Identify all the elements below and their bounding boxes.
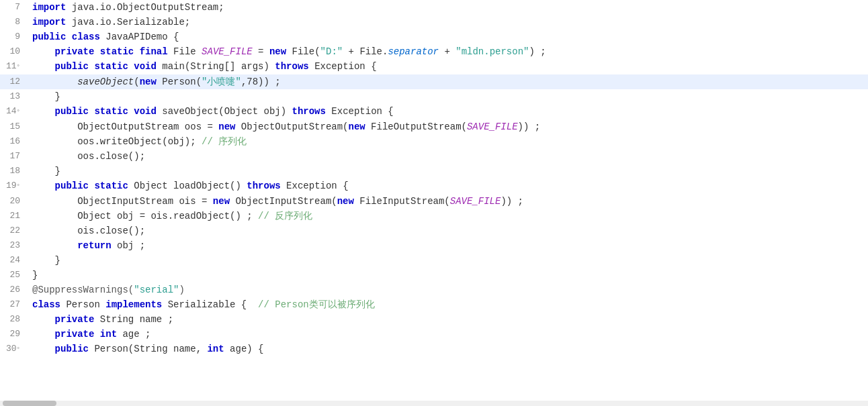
line-content-15[interactable]: ObjectOutputStream oos = new ObjectOutpu…	[26, 119, 868, 134]
line-content-10[interactable]: private static final File SAVE_FILE = ne…	[26, 44, 868, 59]
line-content-8[interactable]: import java.io.Serializable;	[26, 15, 868, 30]
code-line-23: 23 return obj ;	[0, 238, 868, 253]
line-number-12: 12	[0, 74, 26, 89]
line-number-20: 20	[0, 194, 26, 209]
code-line-20: 20 ObjectInputStream ois = new ObjectInp…	[0, 194, 868, 209]
line-content-21[interactable]: Object obj = ois.readObject() ; // 反序列化	[26, 209, 868, 223]
line-content-16[interactable]: oos.writeObject(obj); // 序列化	[26, 134, 868, 149]
line-content-25[interactable]: }	[26, 268, 868, 283]
line-number-24: 24	[0, 253, 26, 268]
code-line-14: 14° public static void saveObject(Object…	[0, 104, 868, 119]
line-content-26[interactable]: @SuppressWarnings("serial")	[26, 283, 868, 297]
code-line-27: 27 class Person implements Serializable …	[0, 297, 868, 312]
line-number-22: 22	[0, 223, 26, 238]
code-line-25: 25 }	[0, 268, 868, 283]
code-line-7: 7 import java.io.ObjectOutputStream;	[0, 0, 868, 15]
line-content-12[interactable]: saveObject(new Person("小喷嚏",78)) ;	[26, 74, 868, 89]
code-line-13: 13 }	[0, 89, 868, 104]
code-line-24: 24 }	[0, 253, 868, 268]
line-content-27[interactable]: class Person implements Serializable { /…	[26, 297, 868, 312]
line-content-9[interactable]: public class JavaAPIDemo {	[26, 30, 868, 44]
code-line-16: 16 oos.writeObject(obj); // 序列化	[0, 134, 868, 149]
line-content-22[interactable]: ois.close();	[26, 223, 868, 238]
line-content-7[interactable]: import java.io.ObjectOutputStream;	[26, 0, 868, 15]
line-number-27: 27	[0, 297, 26, 312]
code-line-21: 21 Object obj = ois.readObject() ; // 反序…	[0, 209, 868, 223]
line-content-19[interactable]: public static Object loadObject() throws…	[26, 179, 868, 194]
line-content-28[interactable]: private String name ;	[26, 312, 868, 327]
line-content-23[interactable]: return obj ;	[26, 238, 868, 253]
code-line-18: 18 }	[0, 164, 868, 179]
line-number-10: 10	[0, 44, 26, 59]
line-number-23: 23	[0, 238, 26, 253]
code-line-22: 22 ois.close();	[0, 223, 868, 238]
line-number-8: 8	[0, 15, 26, 30]
line-number-29: 29	[0, 327, 26, 342]
code-line-29: 29 private int age ;	[0, 327, 868, 342]
code-line-30: 30° public Person(String name, int age) …	[0, 342, 868, 357]
line-number-9: 9	[0, 30, 26, 44]
code-line-19: 19° public static Object loadObject() th…	[0, 179, 868, 194]
line-number-15: 15	[0, 119, 26, 134]
code-editor: 7 import java.io.ObjectOutputStream; 8 i…	[0, 0, 868, 406]
line-number-17: 17	[0, 149, 26, 164]
line-number-26: 26	[0, 283, 26, 297]
code-line-9: 9 public class JavaAPIDemo {	[0, 30, 868, 44]
line-content-13[interactable]: }	[26, 89, 868, 104]
code-line-15: 15 ObjectOutputStream oos = new ObjectOu…	[0, 119, 868, 134]
line-content-20[interactable]: ObjectInputStream ois = new ObjectInputS…	[26, 194, 868, 209]
line-content-14[interactable]: public static void saveObject(Object obj…	[26, 104, 868, 119]
code-line-12: 12 saveObject(new Person("小喷嚏",78)) ;	[0, 74, 868, 89]
line-number-18: 18	[0, 164, 26, 179]
line-number-7: 7	[0, 0, 26, 15]
scrollbar-thumb[interactable]	[3, 401, 56, 406]
code-line-17: 17 oos.close();	[0, 149, 868, 164]
code-line-8: 8 import java.io.Serializable;	[0, 15, 868, 30]
code-line-11: 11° public static void main(String[] arg…	[0, 59, 868, 74]
code-line-28: 28 private String name ;	[0, 312, 868, 327]
line-content-11[interactable]: public static void main(String[] args) t…	[26, 59, 868, 74]
line-number-19: 19°	[0, 179, 26, 194]
line-number-30: 30°	[0, 342, 26, 357]
line-number-28: 28	[0, 312, 26, 327]
line-number-11: 11°	[0, 59, 26, 74]
code-line-26: 26 @SuppressWarnings("serial")	[0, 283, 868, 297]
line-number-16: 16	[0, 134, 26, 149]
line-number-13: 13	[0, 89, 26, 104]
line-number-14: 14°	[0, 104, 26, 119]
line-content-24[interactable]: }	[26, 253, 868, 268]
line-content-30[interactable]: public Person(String name, int age) {	[26, 342, 868, 357]
line-number-21: 21	[0, 209, 26, 223]
code-line-10: 10 private static final File SAVE_FILE =…	[0, 44, 868, 59]
line-content-29[interactable]: private int age ;	[26, 327, 868, 342]
line-content-17[interactable]: oos.close();	[26, 149, 868, 164]
line-content-18[interactable]: }	[26, 164, 868, 179]
horizontal-scrollbar[interactable]	[0, 401, 868, 406]
line-number-25: 25	[0, 268, 26, 283]
